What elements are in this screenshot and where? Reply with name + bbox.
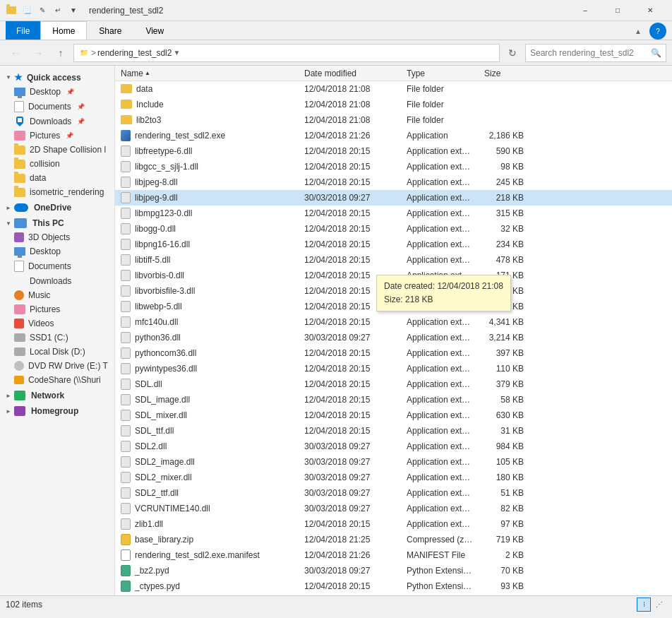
file-row[interactable]: pywintypes36.dll 12/04/2018 20:15 Applic… [115,361,672,376]
sidebar-item-collision[interactable]: collision [0,157,114,171]
sidebar-item-desktop[interactable]: Desktop 📌 [0,85,114,99]
file-row[interactable]: SDL2.dll 30/03/2018 09:27 Application ex… [115,439,672,454]
sidebar-item-dvd[interactable]: DVD RW Drive (E:) T [0,359,114,373]
sidebar-item-downloads[interactable]: Downloads 📌 [0,114,114,129]
file-row[interactable]: rendering_test_sdl2.exe.manifest 12/04/2… [115,547,672,563]
sidebar-item-videos[interactable]: Videos [0,316,114,331]
dll-icon [121,192,131,203]
sidebar-item-localdisk[interactable]: Local Disk (D:) [0,345,114,359]
sidebar-item-ssd1[interactable]: SSD1 (C:) [0,331,114,345]
minimize-button[interactable]: – [569,0,601,21]
file-cell-type: File folder [401,84,479,94]
file-row[interactable]: zlib1.dll 12/04/2018 20:15 Application e… [115,516,672,532]
file-row[interactable]: libfreetype-6.dll 12/04/2018 20:15 Appli… [115,143,672,159]
file-row[interactable]: SDL_mixer.dll 12/04/2018 20:15 Applicati… [115,408,672,423]
file-row[interactable]: _bz2.pyd 30/03/2018 09:27 Python Extensi… [115,563,672,578]
quick-access-toolbar-dropdown[interactable]: ▼ [68,5,79,16]
file-row[interactable]: pythoncom36.dll 12/04/2018 20:15 Applica… [115,345,672,361]
file-row[interactable]: _decimal.pyd 12/04/2018 20:15 Python Ext… [115,594,672,595]
help-button[interactable]: ? [649,23,666,40]
file-row[interactable]: libogg-0.dll 12/04/2018 20:15 Applicatio… [115,221,672,237]
col-header-type[interactable]: Type [401,66,479,81]
file-name-text: pythoncom36.dll [135,348,196,358]
file-row[interactable]: SDL_image.dll 12/04/2018 20:15 Applicati… [115,392,672,408]
sidebar-item-pictures-pc[interactable]: Pictures [0,302,114,316]
sidebar-label-docs-pc: Documents [28,261,71,271]
quick-access-toolbar-new[interactable]: 📃 [21,5,32,16]
file-row[interactable]: rendering_test_sdl2.exe 12/04/2018 21:26… [115,128,672,143]
network-icon [14,391,25,400]
dll-icon [121,503,131,514]
file-row[interactable]: libtiff-5.dll 12/04/2018 20:15 Applicati… [115,252,672,268]
sidebar-item-documents-pc[interactable]: Documents [0,259,114,274]
maximize-button[interactable]: □ [601,0,634,21]
back-button[interactable]: ← [6,43,25,63]
tab-home[interactable]: Home [40,21,87,40]
search-input[interactable] [530,48,651,58]
file-row[interactable]: SDL2_image.dll 30/03/2018 09:27 Applicat… [115,454,672,470]
sidebar-header-onedrive[interactable]: ► OneDrive [0,201,114,215]
sidebar-item-music[interactable]: Music [0,288,114,302]
file-row[interactable]: SDL.dll 12/04/2018 20:15 Application ext… [115,376,672,392]
quick-access-toolbar-properties[interactable]: ✎ [37,5,48,16]
address-path[interactable]: 📁 > rendering_test_sdl2 ▼ [73,44,500,62]
sidebar-item-desktop-pc[interactable]: Desktop [0,244,114,259]
file-row[interactable]: libpng16-16.dll 12/04/2018 20:15 Applica… [115,237,672,252]
sidebar-item-codeshare[interactable]: CodeShare (\\Shuri [0,373,114,387]
ssd1-icon [14,333,25,342]
tab-share[interactable]: Share [87,21,133,40]
sidebar-header-homegroup[interactable]: ► Homegroup [0,404,114,418]
file-row[interactable]: libwebp-5.dll 12/04/2018 20:15 Applicati… [115,299,672,314]
file-row[interactable]: mfc140u.dll 12/04/2018 20:15 Application… [115,314,672,330]
up-button[interactable]: ↑ [51,43,71,63]
ribbon-tabs: File Home Share View ▲ ? [0,21,672,40]
file-row[interactable]: libvorbisfile-3.dll 12/04/2018 20:15 App… [115,283,672,299]
sidebar-item-isometric[interactable]: isometric_rendering [0,185,114,199]
sidebar-header-network[interactable]: ► Network [0,388,114,403]
sidebar-header-thispc[interactable]: ▼ This PC [0,216,114,230]
col-header-date[interactable]: Date modified [299,66,401,81]
tab-file[interactable]: File [6,21,40,40]
tab-view[interactable]: View [133,21,176,40]
sidebar-label-ssd1: SSD1 (C:) [30,333,68,343]
sidebar-item-documents[interactable]: Documents 📌 [0,99,114,114]
file-row[interactable]: SDL2_mixer.dll 30/03/2018 09:27 Applicat… [115,470,672,485]
col-header-size[interactable]: Size [479,66,535,81]
file-row[interactable]: libmpg123-0.dll 12/04/2018 20:15 Applica… [115,206,672,221]
sidebar-label-codeshare: CodeShare (\\Shuri [28,375,101,385]
file-row[interactable]: python36.dll 30/03/2018 09:27 Applicatio… [115,330,672,345]
file-cell-date: 12/04/2018 20:15 [299,177,401,187]
file-row[interactable]: _ctypes.pyd 12/04/2018 20:15 Python Exte… [115,578,672,594]
view-tiles-button[interactable]: ⋰ [652,598,666,612]
file-row[interactable]: base_library.zip 12/04/2018 21:25 Compre… [115,532,672,547]
sidebar-header-quick-access[interactable]: ▼ ★ Quick access [0,70,114,85]
file-cell-name: libfreetype-6.dll [115,145,299,157]
file-row[interactable]: VCRUNTIME140.dll 30/03/2018 09:27 Applic… [115,501,672,516]
dll-icon [121,394,131,405]
file-row[interactable]: Include 12/04/2018 21:08 File folder [115,97,672,112]
close-button[interactable]: ✕ [634,0,666,21]
file-cell-type: Application extens... [401,271,479,280]
refresh-button[interactable]: ↻ [503,43,522,63]
sidebar-item-data[interactable]: data [0,171,114,185]
file-name-text: libogg-0.dll [135,224,176,234]
view-details-button[interactable]: ⁝ [637,598,651,612]
file-row[interactable]: data 12/04/2018 21:08 File folder [115,81,672,97]
sidebar-item-2d-shape[interactable]: 2D Shape Collision l [0,143,114,157]
address-path-text: rendering_test_sdl2 [97,48,172,58]
ribbon-collapse-button[interactable]: ▲ [630,23,647,40]
sidebar-item-pictures[interactable]: Pictures 📌 [0,129,114,143]
file-row[interactable]: lib2to3 12/04/2018 21:08 File folder [115,112,672,128]
file-cell-size: 32 KB [479,224,535,234]
file-row[interactable]: SDL_ttf.dll 12/04/2018 20:15 Application… [115,423,672,439]
forward-button[interactable]: → [28,43,48,63]
file-row[interactable]: libjpeg-8.dll 12/04/2018 20:15 Applicati… [115,174,672,190]
quick-access-toolbar-undo[interactable]: ↵ [52,5,64,16]
file-row[interactable]: SDL2_ttf.dll 30/03/2018 09:27 Applicatio… [115,485,672,501]
col-header-name[interactable]: Name ▲ [115,66,299,81]
sidebar-item-downloads-pc[interactable]: Downloads [0,274,114,288]
file-row[interactable]: libvorbis-0.dll 12/04/2018 20:15 Applica… [115,268,672,283]
sidebar-item-3d-objects[interactable]: 3D Objects [0,230,114,244]
file-row[interactable]: libgcc_s_sjlj-1.dll 12/04/2018 20:15 App… [115,159,672,174]
file-row[interactable]: libjpeg-9.dll 30/03/2018 09:27 Applicati… [115,190,672,206]
